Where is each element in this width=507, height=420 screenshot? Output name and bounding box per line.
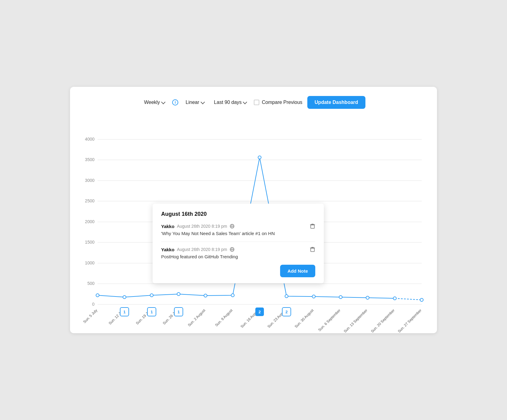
data-point [393, 297, 396, 300]
svg-text:Sun. 9 August: Sun. 9 August [214, 308, 233, 327]
svg-rect-44 [311, 225, 314, 228]
svg-text:Sun. 20 September: Sun. 20 September [370, 308, 395, 333]
compare-label: Compare Previous [262, 100, 302, 105]
note-badge-filled-1[interactable]: 2 [255, 308, 264, 316]
tooltip-divider [161, 241, 315, 242]
data-point [339, 296, 342, 299]
note-badge-3[interactable]: 1 [174, 308, 183, 316]
weekly-chevron-icon [161, 100, 165, 104]
chart-line-dashed [395, 298, 422, 300]
tooltip-text-2: PostHog featured on GitHub Trending [161, 253, 315, 260]
data-point [150, 294, 153, 297]
svg-text:4000: 4000 [85, 137, 94, 142]
toolbar: Weekly i Linear Last 90 days Compare Pre… [79, 96, 428, 109]
data-point [231, 294, 234, 297]
svg-text:1: 1 [123, 310, 125, 314]
svg-text:2500: 2500 [85, 198, 94, 203]
chart-container: 4000 3500 3000 2500 2000 1500 1000 500 0 [79, 118, 428, 327]
tooltip-date: August 16th 2020 [161, 211, 315, 217]
svg-text:1: 1 [177, 310, 179, 314]
linear-label: Linear [186, 100, 199, 105]
main-card: Weekly i Linear Last 90 days Compare Pre… [70, 87, 437, 333]
tooltip-meta-1: Yakko August 26th 2020 8:19 pm [161, 224, 235, 229]
svg-text:Sun. 6 September: Sun. 6 September [317, 308, 341, 332]
svg-text:2: 2 [285, 310, 287, 314]
tooltip-author-2: Yakko [161, 247, 174, 252]
data-point [204, 294, 207, 297]
tooltip-popup: August 16th 2020 Yakko August 26th 2020 … [153, 204, 324, 283]
note-badge-1[interactable]: 1 [120, 308, 129, 316]
svg-text:2000: 2000 [85, 219, 94, 224]
tooltip-author-1: Yakko [161, 224, 174, 229]
data-point [177, 293, 180, 296]
svg-text:1500: 1500 [85, 240, 94, 245]
add-note-button[interactable]: Add Note [280, 265, 315, 277]
trash-icon-2[interactable] [310, 247, 315, 252]
compare-wrap: Compare Previous [254, 100, 302, 105]
svg-text:500: 500 [87, 281, 95, 286]
data-point [312, 295, 315, 298]
linear-dropdown[interactable]: Linear [183, 98, 206, 107]
svg-text:3500: 3500 [85, 157, 94, 162]
svg-text:Sun. 2 August: Sun. 2 August [187, 308, 206, 327]
note-badge-2[interactable]: 1 [147, 308, 156, 316]
add-note-wrap: Add Note [161, 265, 315, 277]
trash-icon-1[interactable] [310, 223, 315, 229]
svg-text:0: 0 [92, 302, 94, 307]
globe-icon-1 [230, 224, 235, 229]
svg-text:3000: 3000 [85, 178, 94, 183]
svg-text:2: 2 [258, 310, 261, 314]
svg-rect-52 [311, 248, 314, 252]
tooltip-entry-2-header: Yakko August 26th 2020 8:19 pm [161, 247, 315, 252]
days-label: Last 90 days [214, 100, 242, 105]
globe-icon-2 [230, 247, 235, 252]
svg-text:Sun. 5 July: Sun. 5 July [82, 308, 98, 324]
svg-text:1000: 1000 [85, 260, 94, 265]
compare-checkbox[interactable] [254, 100, 259, 105]
tooltip-text-1: 'Why You May Not Need a Sales Team' arti… [161, 230, 315, 237]
svg-text:Sun. 27 September: Sun. 27 September [397, 308, 422, 333]
weekly-label: Weekly [144, 100, 160, 105]
svg-text:Sun. 30 August: Sun. 30 August [294, 308, 315, 329]
x-axis-labels: Sun. 5 July Sun. 12 July Sun. 19 July Su… [82, 308, 422, 333]
weekly-dropdown[interactable]: Weekly [142, 98, 167, 107]
days-dropdown[interactable]: Last 90 days [212, 98, 249, 107]
svg-text:1: 1 [150, 310, 153, 314]
tooltip-time-2: August 26th 2020 8:19 pm [177, 247, 227, 252]
tooltip-entry-2: Yakko August 26th 2020 8:19 pm [161, 247, 315, 260]
linear-chevron-icon [201, 100, 205, 104]
data-point [420, 298, 423, 301]
note-badge-filled-2[interactable]: 2 [282, 308, 291, 316]
tooltip-time-1: August 26th 2020 8:19 pm [177, 224, 227, 229]
update-dashboard-button[interactable]: Update Dashboard [307, 96, 365, 109]
tooltip-entry-1-header: Yakko August 26th 2020 8:19 pm [161, 223, 315, 229]
svg-text:Sun. 13 September: Sun. 13 September [343, 308, 368, 333]
tooltip-entry-1: Yakko August 26th 2020 8:19 pm [161, 223, 315, 237]
tooltip-meta-2: Yakko August 26th 2020 8:19 pm [161, 247, 235, 252]
data-point [123, 296, 126, 299]
data-point [366, 296, 369, 299]
data-point [96, 294, 99, 297]
days-chevron-icon [243, 100, 247, 104]
data-point [285, 295, 288, 298]
data-point-peak [258, 156, 261, 159]
info-icon[interactable]: i [172, 99, 178, 105]
